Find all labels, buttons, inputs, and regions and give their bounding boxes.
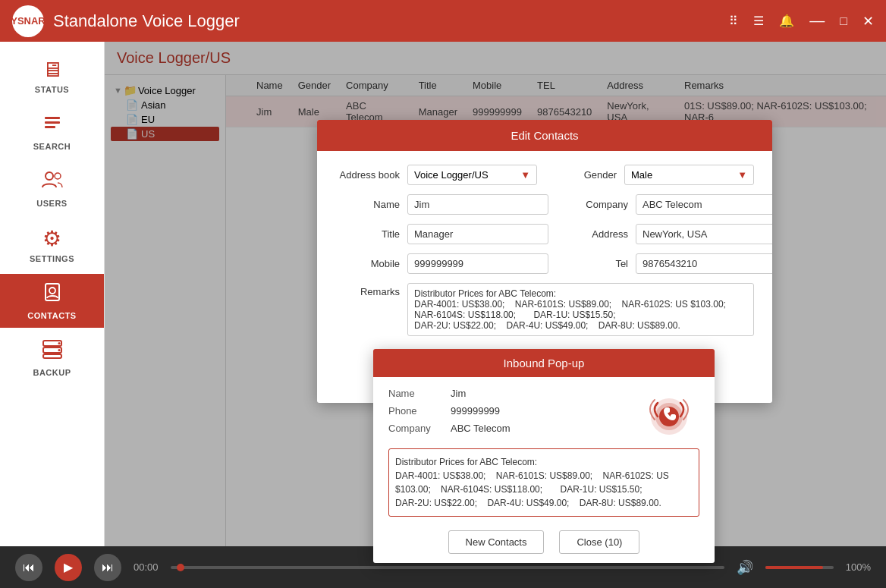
sidebar-item-contacts[interactable]: CONTACTS (0, 274, 104, 328)
inbound-phone-label: Phone (388, 405, 441, 417)
volume-icon[interactable]: 🔊 (737, 559, 753, 576)
svg-rect-0 (45, 117, 60, 119)
name-input[interactable] (407, 194, 548, 215)
address-label: Address (564, 228, 628, 240)
sidebar: 🖥 STATUS SEARCH USERS ⚙ SETTINGS CONTACT… (0, 42, 105, 546)
title-input[interactable] (407, 224, 548, 244)
form-row-3: Title Address (335, 224, 754, 244)
form-group-tel: Tel (564, 253, 772, 274)
gender-label: Gender (552, 169, 617, 181)
close-popup-button[interactable]: Close (10) (559, 530, 639, 554)
svg-point-4 (55, 173, 61, 179)
sidebar-label-search: SEARCH (33, 142, 71, 151)
app-title: Standalone Voice Logger (53, 11, 720, 31)
backup-icon (41, 338, 64, 365)
time-display: 00:00 (134, 561, 159, 573)
titlebar: YSNAR Standalone Voice Logger ⠿ ☰ 🔔 — □ … (0, 0, 886, 42)
sidebar-label-status: STATUS (35, 85, 69, 94)
svg-point-6 (49, 288, 55, 294)
address-input[interactable] (636, 224, 772, 244)
gender-select[interactable]: Male ▼ (624, 165, 754, 185)
gender-value: Male (631, 169, 652, 181)
inbound-name-value: Jim (451, 388, 466, 399)
minimize-icon[interactable]: — (809, 12, 825, 30)
form-group-company: Company (564, 194, 772, 215)
address-book-select[interactable]: Voice Logger/US ▼ (407, 165, 537, 185)
bell-icon[interactable]: 🔔 (779, 14, 794, 28)
gender-arrow-icon: ▼ (737, 169, 747, 181)
tel-input[interactable] (636, 253, 772, 274)
inbound-notes: Distributor Prices for ABC Telecom:DAR-4… (388, 448, 699, 517)
inbound-phone-icon-area (639, 388, 699, 441)
svg-rect-9 (43, 354, 61, 358)
next-button[interactable]: ⏭ (94, 554, 121, 581)
settings-icon: ⚙ (42, 226, 61, 251)
volume-fill (765, 566, 824, 569)
sidebar-item-status[interactable]: 🖥 STATUS (0, 49, 104, 102)
form-group-mobile: Mobile (335, 253, 548, 274)
form-group-gender: Gender Male ▼ (552, 165, 754, 185)
volume-percent: 100% (846, 561, 871, 573)
form-row-2: Name Company (335, 194, 754, 215)
prev-button[interactable]: ⏮ (15, 554, 42, 581)
contacts-icon (41, 281, 64, 308)
inbound-phone-value: 999999999 (451, 405, 500, 417)
edit-dialog-header: Edit Contacts (317, 120, 772, 151)
volume-bar[interactable] (765, 566, 834, 569)
inbound-info: Name Jim Phone 999999999 Company ABC Tel… (388, 388, 627, 441)
svg-point-11 (58, 349, 60, 351)
address-book-value: Voice Logger/US (414, 169, 489, 181)
tel-label: Tel (564, 258, 628, 269)
search-icon (42, 112, 63, 139)
form-row-4: Mobile Tel (335, 253, 754, 274)
form-group-title: Title (335, 224, 548, 244)
address-book-label: Address book (335, 169, 400, 181)
progress-bar[interactable] (171, 566, 724, 569)
svg-point-3 (46, 172, 53, 180)
inbound-name-label: Name (388, 388, 441, 399)
play-button[interactable]: ▶ (55, 554, 82, 581)
remarks-textarea[interactable]: Distributor Prices for ABC Telecom: DAR-… (407, 283, 754, 336)
form-group-address-book: Address book Voice Logger/US ▼ (335, 165, 537, 185)
sidebar-item-settings[interactable]: ⚙ SETTINGS (0, 219, 104, 271)
inbound-header: Inbound Pop-up (373, 349, 715, 377)
company-input[interactable] (636, 194, 772, 215)
close-icon[interactable]: ✕ (862, 13, 874, 30)
list-icon[interactable]: ☰ (753, 14, 764, 28)
form-row-remarks: Remarks Distributor Prices for ABC Telec… (335, 283, 754, 336)
svg-point-10 (58, 342, 60, 344)
app-logo: YSNAR (12, 5, 44, 37)
inbound-phone-row: Phone 999999999 (388, 405, 627, 417)
sidebar-label-backup: BACKUP (33, 368, 71, 377)
mobile-input[interactable] (407, 253, 548, 274)
monitor-icon: 🖥 (42, 57, 63, 82)
sidebar-item-users[interactable]: USERS (0, 162, 104, 215)
inbound-notes-text: Distributor Prices for ABC Telecom:DAR-4… (395, 457, 669, 508)
users-icon (41, 169, 64, 196)
form-row-1: Address book Voice Logger/US ▼ Gender Ma… (335, 165, 754, 185)
remarks-label: Remarks (335, 283, 400, 297)
svg-rect-2 (45, 126, 55, 128)
inbound-body: Name Jim Phone 999999999 Company ABC Tel… (373, 377, 715, 448)
sidebar-label-contacts: CONTACTS (27, 311, 76, 320)
inbound-popup-dialog: Inbound Pop-up Name Jim Phone 999999999 … (373, 349, 715, 563)
progress-indicator (177, 564, 184, 571)
inbound-footer: New Contacts Close (10) (373, 524, 715, 563)
maximize-icon[interactable]: □ (840, 14, 847, 28)
new-contacts-button[interactable]: New Contacts (448, 530, 545, 554)
inbound-company-value: ABC Telecom (451, 423, 511, 434)
inbound-company-row: Company ABC Telecom (388, 423, 627, 434)
logo-text: YSNAR (11, 15, 46, 27)
sidebar-item-search[interactable]: SEARCH (0, 105, 104, 159)
mobile-label: Mobile (335, 258, 400, 269)
window-controls: ⠿ ☰ 🔔 — □ ✕ (729, 12, 874, 30)
form-group-address: Address (564, 224, 772, 244)
title-label: Title (335, 228, 400, 240)
grid-icon[interactable]: ⠿ (729, 14, 738, 28)
form-group-name: Name (335, 194, 548, 215)
sidebar-label-users: USERS (36, 199, 67, 208)
sidebar-item-backup[interactable]: BACKUP (0, 331, 104, 385)
name-label: Name (335, 199, 400, 210)
address-book-arrow-icon: ▼ (520, 169, 530, 181)
edit-dialog-body: Address book Voice Logger/US ▼ Gender Ma… (317, 151, 772, 359)
